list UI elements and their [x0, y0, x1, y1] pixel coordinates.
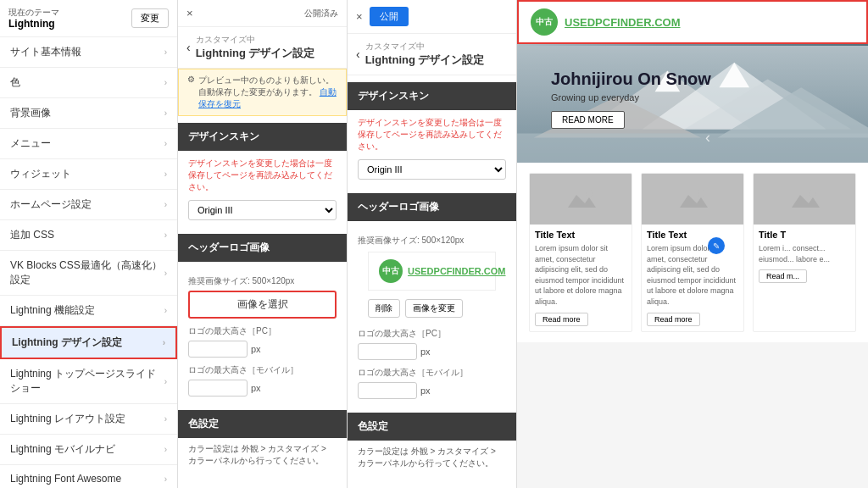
publish-button[interactable]: 公開: [370, 7, 409, 26]
sidebar-item-lightning-top[interactable]: Lightning トップページスライドショー›: [0, 359, 177, 404]
sidebar-item-color[interactable]: 色›: [0, 68, 177, 98]
change-theme-button[interactable]: 変更: [131, 8, 169, 28]
sidebar-item-label-lightning-design: Lightning デザイン設定: [12, 336, 122, 350]
panel2-logo-max-mobile-input-row: px: [358, 382, 506, 399]
preview-site-header: 中古 USEDPCFINDER.COM: [517, 0, 868, 44]
logo-max-mobile-input[interactable]: [188, 380, 248, 396]
sidebar-item-label-vk-blocks: VK Blocks CSS最適化（高速化）設定: [10, 258, 164, 287]
sidebar-items-list: サイト基本情報›色›背景画像›メニュー›ウィジェット›ホームページ設定›追加 C…: [0, 37, 177, 488]
panel2-recommended-size: 推奨画像サイズ: 500×120px: [358, 235, 506, 247]
card-text-1: Lorem ipsum dolor sit amet, consectetur …: [647, 243, 738, 308]
sidebar-item-lightning-layout[interactable]: Lightning レイアウト設定›: [0, 404, 177, 435]
sidebar-item-site-basic[interactable]: サイト基本情報›: [0, 37, 177, 68]
px-label-pc: px: [251, 344, 261, 354]
svg-point-11: [586, 190, 593, 197]
card-image-0: [530, 174, 632, 225]
header-logo-content: 推奨画像サイズ: 500×120px 画像を選択 ロゴの最大高さ［PC］ px …: [178, 262, 347, 403]
card-read-button-1[interactable]: Read more: [647, 313, 700, 326]
sidebar-item-label-widget: ウィジェット: [10, 167, 71, 181]
logo-action-buttons: 削除 画像を変更: [358, 296, 506, 321]
panel2-design-skin-content: デザインスキンを変更した場合は一度保存してページを再読み込みしてください。 Or…: [348, 110, 516, 186]
preview-card-0: Title Text Lorem ipsum dolor sit amet, c…: [529, 173, 632, 332]
panel2-px-label-mobile: px: [420, 385, 431, 396]
sidebar-item-chevron-lightning-layout: ›: [164, 414, 167, 424]
panel2-close-icon[interactable]: ×: [356, 10, 363, 23]
panel2-customize-label: カスタマイズ中: [365, 41, 485, 53]
sidebar-item-menu[interactable]: メニュー›: [0, 129, 177, 159]
alert-text: プレビュー中のものよりも新しい。自動保存した変更があります。 自動保存を復元: [198, 75, 337, 110]
sidebar-item-label-background: 背景画像: [10, 106, 51, 120]
sidebar-item-label-lightning-font: Lightning Font Awesome: [10, 473, 121, 485]
preview-card-1: Title Text Lorem ipsum dolor sit amet, c…: [641, 173, 744, 332]
recommended-size-label: 推奨画像サイズ: 500×120px: [188, 275, 337, 287]
card-body-1: Title Text Lorem ipsum dolor sit amet, c…: [642, 225, 743, 331]
card-body-2: Title T Lorem i... consect... eiusmod...…: [754, 225, 855, 288]
card-title-0: Title Text: [535, 230, 626, 240]
panel1-back-header: ‹ カスタマイズ中 Lightning デザイン設定: [178, 27, 347, 69]
sidebar-item-homepage[interactable]: ホームページ設定›: [0, 190, 177, 220]
preview-card-2: Title T Lorem i... consect... eiusmod...…: [753, 173, 856, 332]
panel2-px-label-pc: px: [420, 347, 431, 357]
sidebar-item-label-lightning-top: Lightning トップページスライドショー: [10, 367, 164, 396]
sidebar-item-label-additional-css: 追加 CSS: [10, 228, 54, 242]
sidebar-item-chevron-lightning-function: ›: [164, 306, 167, 315]
upload-image-button[interactable]: 画像を選択: [188, 291, 337, 319]
panel2-logo-max-pc-label: ロゴの最大高さ［PC］: [358, 328, 506, 340]
hero-read-more-button[interactable]: READ MORE: [551, 111, 625, 129]
sidebar-item-vk-blocks[interactable]: VK Blocks CSS最適化（高速化）設定›: [0, 251, 177, 296]
card-read-button-2[interactable]: Read m...: [759, 269, 807, 283]
panel2-design-skin-header: デザインスキン: [348, 82, 516, 110]
panel2-logo-max-mobile-label: ロゴの最大高さ［モバイル］: [358, 367, 506, 379]
sidebar-item-chevron-color: ›: [164, 78, 167, 87]
sidebar-item-widget[interactable]: ウィジェット›: [0, 159, 177, 190]
design-skin-content: デザインスキンを変更した場合は一度保存してページを再読み込みしてください。 Or…: [178, 151, 347, 227]
theme-label: 現在のテーマ: [8, 7, 59, 18]
site-logo-text: USEDPCFINDER.COM: [565, 16, 681, 29]
sidebar-item-additional-css[interactable]: 追加 CSS›: [0, 220, 177, 251]
panel2-skin-select[interactable]: Origin III: [358, 159, 506, 180]
alert-bar: ⚙ プレビュー中のものよりも新しい。自動保存した変更があります。 自動保存を復元: [178, 69, 347, 116]
edit-circle-2[interactable]: ✎: [708, 237, 725, 254]
sidebar-item-lightning-font[interactable]: Lightning Font Awesome›: [0, 465, 177, 488]
hero-prev-arrow[interactable]: ‹: [705, 129, 710, 147]
card-title-1: Title Text: [647, 230, 738, 240]
panel1-close-icon[interactable]: ×: [186, 7, 193, 19]
header-logo-section-header: ヘッダーロゴ画像: [178, 234, 347, 262]
card-body-0: Title Text Lorem ipsum dolor sit amet, c…: [530, 225, 632, 331]
middle-panel-1: × 公開済み ‹ カスタマイズ中 Lightning デザイン設定 ⚙ プレビュ…: [178, 0, 348, 488]
logo-max-pc-input[interactable]: [188, 341, 248, 358]
panel2-title: Lightning デザイン設定: [365, 53, 485, 68]
sidebar-item-chevron-lightning-design: ›: [163, 338, 165, 347]
cards-row: Title Text Lorem ipsum dolor sit amet, c…: [517, 163, 868, 342]
published-badge: 公開済み: [304, 8, 338, 19]
sidebar-item-lightning-function[interactable]: Lightning 機能設定›: [0, 296, 177, 326]
skin-select[interactable]: Origin III: [188, 200, 337, 220]
panel2-logo-max-mobile-input[interactable]: [358, 382, 417, 399]
svg-marker-12: [680, 195, 708, 208]
sidebar-item-label-menu: メニュー: [10, 136, 51, 151]
panel2-header: × 公開: [348, 0, 516, 34]
panel2-color-text: カラー設定は 外観 > カスタマイズ > カラーパネルから行ってください。: [348, 441, 516, 474]
left-sidebar: 現在のテーマ Lightning 変更 サイト基本情報›色›背景画像›メニュー›…: [0, 0, 178, 488]
card-text-0: Lorem ipsum dolor sit amet, consectetur …: [535, 243, 626, 308]
sidebar-item-background[interactable]: 背景画像›: [0, 98, 177, 129]
panel2-logo-max-pc-input[interactable]: [358, 343, 417, 360]
sidebar-item-chevron-widget: ›: [164, 169, 167, 179]
sidebar-item-chevron-background: ›: [164, 108, 167, 118]
panel1-title: Lightning デザイン設定: [196, 46, 315, 61]
change-logo-button[interactable]: 画像を変更: [405, 299, 463, 318]
theme-name: Lightning: [8, 18, 59, 30]
card-read-button-0[interactable]: Read more: [535, 313, 588, 326]
panel1-customize-label: カスタマイズ中: [196, 34, 315, 46]
sidebar-item-chevron-vk-blocks: ›: [164, 269, 167, 278]
panel2-back-arrow[interactable]: ‹: [356, 47, 360, 61]
sidebar-item-lightning-design[interactable]: Lightning デザイン設定›: [0, 326, 177, 359]
panel1-back-arrow[interactable]: ‹: [186, 41, 191, 54]
sidebar-item-lightning-mobile[interactable]: Lightning モバイルナビ›: [0, 435, 177, 465]
panel2-header-logo-content: 推奨画像サイズ: 500×120px 中古 USEDPCFINDER.COM 削…: [348, 221, 516, 406]
sidebar-item-chevron-lightning-font: ›: [164, 474, 167, 484]
delete-logo-button[interactable]: 削除: [368, 299, 400, 318]
theme-info: 現在のテーマ Lightning: [8, 7, 59, 30]
color-section-text: カラー設定は 外観 > カスタマイズ > カラーパネルから行ってください。: [178, 438, 347, 472]
sidebar-item-label-lightning-layout: Lightning レイアウト設定: [10, 412, 125, 426]
